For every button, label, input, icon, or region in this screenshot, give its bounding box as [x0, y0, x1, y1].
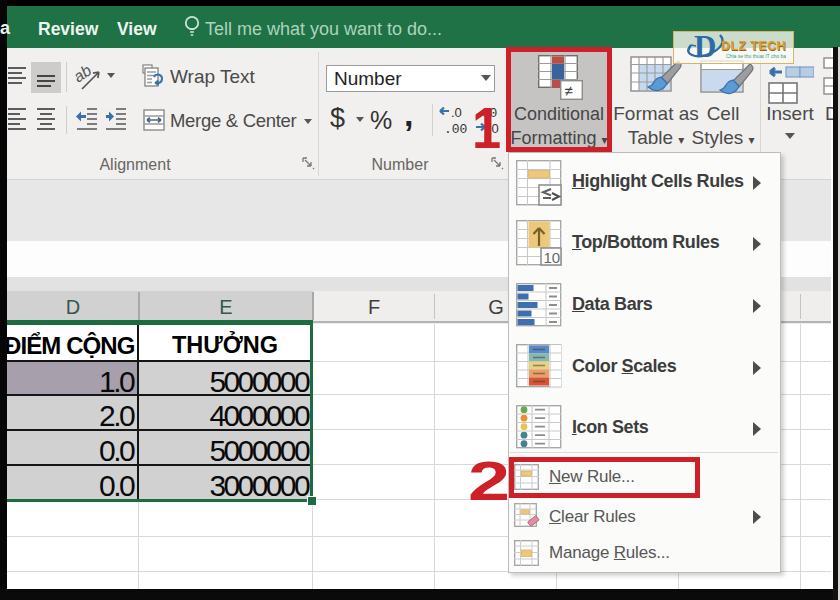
svg-text:D: D	[694, 31, 716, 63]
svg-text:.00: .00	[444, 122, 467, 136]
svg-text:10: 10	[544, 249, 561, 266]
svg-text:ab: ab	[75, 62, 95, 86]
svg-text:.0: .0	[451, 105, 462, 120]
